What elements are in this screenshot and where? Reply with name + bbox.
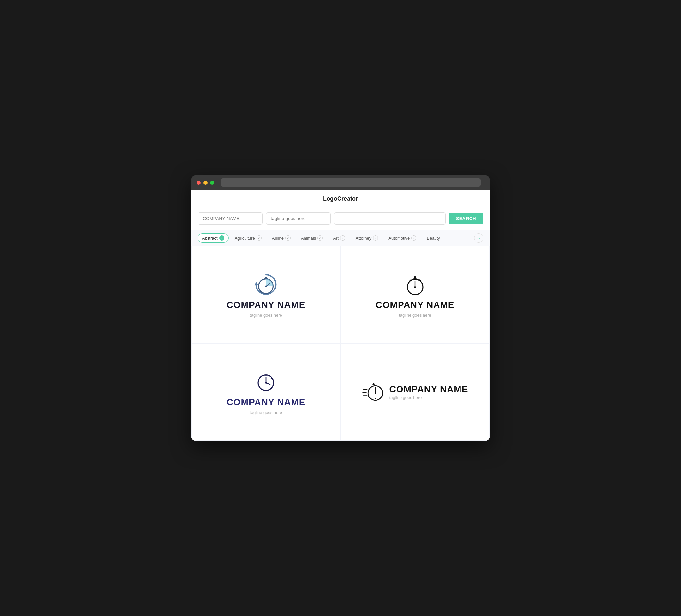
- logo-2-icon: [402, 272, 428, 298]
- category-attorney[interactable]: Attorney ✓: [352, 233, 382, 242]
- logo-card-2[interactable]: COMPANY NAME tagline goes here: [340, 246, 490, 343]
- logo-card-4[interactable]: COMPANY NAME tagline goes here: [340, 343, 490, 441]
- agriculture-check-icon: ✓: [256, 235, 262, 240]
- category-airline[interactable]: Airline ✓: [268, 233, 295, 242]
- category-beauty-label: Beauty: [427, 236, 440, 240]
- extra-search-input[interactable]: [334, 212, 446, 225]
- category-art-label: Art: [333, 236, 338, 240]
- address-bar[interactable]: [221, 178, 481, 187]
- logo-card-2-inner: COMPANY NAME tagline goes here: [376, 272, 455, 318]
- logo-grid: COMPANY NAME tagline goes here: [191, 246, 490, 441]
- logo-3-company: COMPANY NAME: [227, 397, 305, 408]
- app-header: LogoCreator: [191, 190, 490, 207]
- category-attorney-label: Attorney: [356, 236, 371, 240]
- svg-point-18: [271, 378, 272, 379]
- tagline-input[interactable]: [266, 212, 331, 225]
- logo-4-text-block: COMPANY NAME tagline goes here: [389, 384, 468, 400]
- logo-3-icon: [253, 369, 279, 395]
- abstract-check-icon: ✓: [219, 235, 224, 240]
- svg-rect-7: [414, 276, 416, 278]
- logo-2-company: COMPANY NAME: [376, 300, 455, 310]
- logo-1-company: COMPANY NAME: [227, 300, 305, 310]
- search-bar: SEARCH: [191, 207, 490, 230]
- category-automotive[interactable]: Automotive ✓: [384, 233, 421, 242]
- svg-point-28: [375, 398, 376, 400]
- svg-marker-0: [255, 282, 258, 285]
- traffic-light-green[interactable]: [210, 181, 215, 185]
- traffic-light-red[interactable]: [197, 181, 201, 185]
- logo-card-1[interactable]: COMPANY NAME tagline goes here: [191, 246, 340, 343]
- logo-2-tagline: tagline goes here: [399, 313, 431, 318]
- traffic-light-yellow[interactable]: [203, 181, 207, 185]
- logo-card-3-inner: COMPANY NAME tagline goes here: [227, 369, 305, 415]
- company-name-input[interactable]: [198, 212, 263, 225]
- category-beauty[interactable]: Beauty: [423, 234, 444, 242]
- logo-4-tagline: tagline goes here: [389, 395, 468, 400]
- svg-point-17: [265, 375, 267, 376]
- svg-rect-24: [373, 383, 374, 385]
- logo-3-tagline: tagline goes here: [250, 410, 282, 415]
- automotive-check-icon: ✓: [411, 235, 417, 240]
- logo-1-icon: [253, 272, 279, 298]
- logo-card-1-inner: COMPANY NAME tagline goes here: [227, 272, 305, 318]
- category-animals-label: Animals: [301, 236, 316, 240]
- logo-card-4-inner: COMPANY NAME tagline goes here: [362, 381, 468, 403]
- arrow-right-icon: →: [476, 235, 481, 240]
- svg-point-19: [273, 382, 274, 383]
- svg-point-16: [265, 382, 267, 384]
- attorney-check-icon: ✓: [373, 235, 378, 240]
- category-automotive-label: Automotive: [388, 236, 409, 240]
- category-abstract[interactable]: Abstract ✓: [198, 233, 229, 242]
- category-airline-label: Airline: [272, 236, 284, 240]
- category-animals[interactable]: Animals ✓: [297, 233, 327, 242]
- category-agriculture[interactable]: Agriculture ✓: [231, 233, 266, 242]
- categories-bar: Abstract ✓ Agriculture ✓ Airline ✓ Anima…: [191, 230, 490, 246]
- category-abstract-label: Abstract: [202, 236, 218, 240]
- category-art[interactable]: Art ✓: [329, 233, 350, 242]
- browser-content: LogoCreator SEARCH Abstract ✓ Agricultur…: [191, 190, 490, 441]
- categories-next-button[interactable]: →: [474, 233, 483, 242]
- browser-window: LogoCreator SEARCH Abstract ✓ Agricultur…: [191, 175, 490, 441]
- logo-4-icon: [362, 381, 385, 403]
- animals-check-icon: ✓: [318, 235, 323, 240]
- app-title: LogoCreator: [323, 196, 358, 202]
- logo-1-tagline: tagline goes here: [250, 313, 282, 318]
- browser-titlebar: [191, 175, 490, 190]
- category-agriculture-label: Agriculture: [235, 236, 255, 240]
- logo-card-3[interactable]: COMPANY NAME tagline goes here: [191, 343, 340, 441]
- logo-4-company: COMPANY NAME: [389, 384, 468, 394]
- art-check-icon: ✓: [340, 235, 345, 240]
- airline-check-icon: ✓: [285, 235, 291, 240]
- svg-rect-3: [265, 277, 267, 279]
- search-button[interactable]: SEARCH: [449, 213, 483, 224]
